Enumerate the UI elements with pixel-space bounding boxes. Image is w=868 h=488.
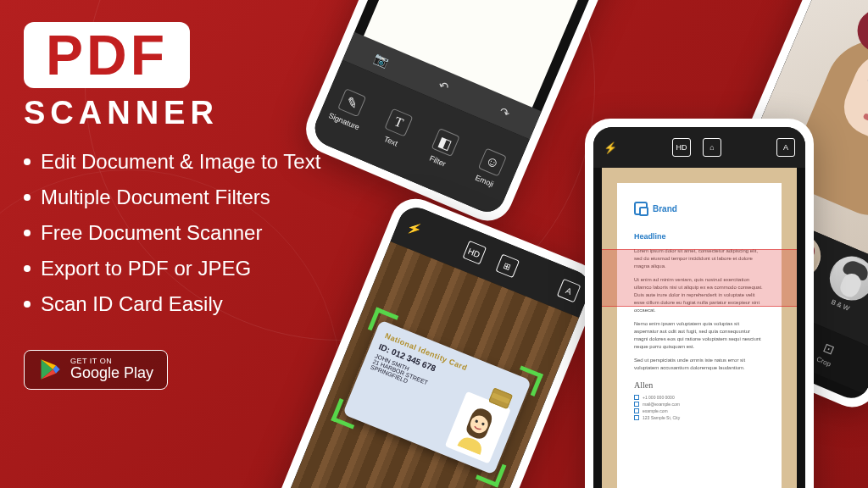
flash-icon[interactable]: ⚡ [604,141,617,154]
aspect-toggle[interactable]: A [557,279,581,303]
feature-item: Free Document Scanner [24,221,380,245]
letter-signature: Allen [634,380,765,390]
flash-icon[interactable]: ⚡ [405,219,424,237]
letter-sample: Brand Headline Lorem ipsum dolor sit ame… [617,183,782,488]
undo-icon[interactable]: ↶ [437,78,451,94]
scan-detection-overlay [602,249,797,307]
emoji-icon: ☺ [478,147,507,176]
play-store-name: Google Play [70,365,153,382]
brand-logo-icon [634,202,648,215]
letter-heading: Headline [634,232,765,241]
feature-item: Edit Document & Image to Text [24,150,380,174]
subtitle-text: SCANNER [24,95,380,131]
google-play-icon [38,358,62,381]
tool-label: Emoji [474,174,495,189]
tool-label: Text [382,135,398,148]
feature-item: Export to PDF or JPEG [24,257,380,280]
crop-icon: ⊡ [821,340,837,358]
google-play-badge[interactable]: GET IT ON Google Play [24,350,168,390]
hd-toggle[interactable]: HD [462,241,487,265]
aspect-toggle[interactable]: A [776,138,795,157]
grid-toggle[interactable]: ⊞ [495,253,520,278]
phone-mockup-docs: ⚡ HD ⌂ A Brand Headline Lorem ipsum dolo… [585,119,814,488]
tool-label: Filter [428,154,447,169]
redo-icon[interactable]: ↷ [498,104,512,120]
filter-icon: ◧ [431,128,460,157]
title-text: PDF [46,24,168,86]
feature-item: Scan ID Card Easily [24,292,380,316]
feature-list: Edit Document & Image to Text Multiple D… [24,150,380,316]
text-icon: T [384,108,413,137]
hd-toggle[interactable]: HD [672,138,691,157]
letter-contact-list: +1 000 000 0000 mail@example.com example… [634,395,765,420]
feature-item: Multiple Document Filters [24,186,380,209]
docs-viewfinder: Brand Headline Lorem ipsum dolor sit ame… [602,168,797,488]
hero-panel: PDF SCANNER Edit Document & Image to Tex… [24,22,380,390]
play-badge-text: GET IT ON Google Play [70,358,153,382]
crop-toggle[interactable]: ⌂ [703,138,721,157]
title-badge: PDF [24,22,190,88]
docs-top-toolbar: ⚡ HD ⌂ A [593,127,805,168]
